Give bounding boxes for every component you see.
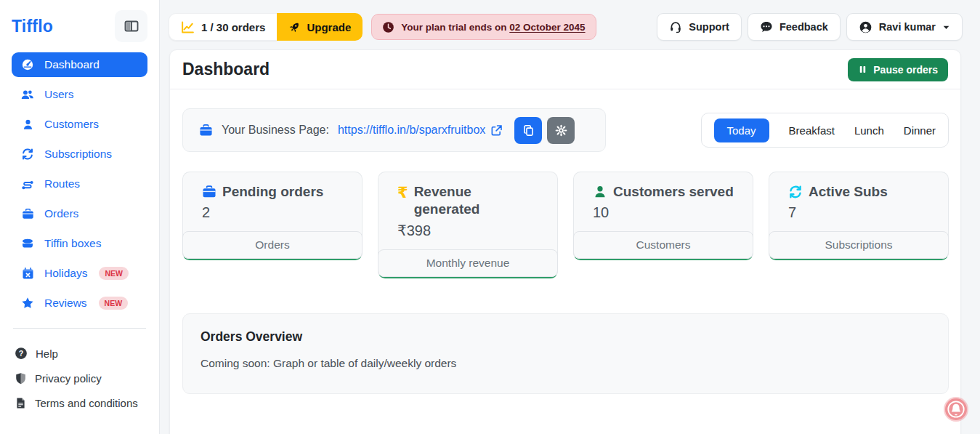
trial-alert: Your plan trial ends on 02 October 2045 [371,14,596,40]
new-badge: NEW [99,297,129,310]
sidebar-item-help[interactable]: ? Help [12,343,147,363]
stat-value: 10 [593,204,734,221]
main-content: Your Business Page: https://tifflo.in/b/… [170,89,960,394]
new-badge: NEW [99,267,129,280]
feedback-button[interactable]: Feedback [748,13,841,41]
sidebar-item-reviews[interactable]: Reviews NEW [12,291,147,316]
copy-link-button[interactable] [514,117,542,144]
main-card: Dashboard Pause orders Your Business Pag… [169,49,961,434]
stat-body: ₹ Revenue generated ₹398 [378,172,557,246]
columns-icon [124,19,139,33]
stat-card-active-subs[interactable]: Active Subs 7 Subscriptions [769,172,949,260]
tab-dinner[interactable]: Dinner [904,124,936,137]
sidebar-item-orders[interactable]: Orders [12,201,147,226]
sidebar-item-holidays[interactable]: Holidays NEW [12,261,147,286]
stat-footer: Monthly revenue [378,249,558,277]
sidebar-item-customers[interactable]: Customers [12,112,147,137]
stat-title: ₹ Revenue generated [397,183,538,218]
rocket-icon [288,21,301,33]
sidebar-item-label: Tiffin boxes [44,237,101,250]
stat-footer: Customers [573,231,753,259]
tab-breakfast[interactable]: Breakfast [789,124,835,137]
svg-text:?: ? [19,349,24,358]
file-text-icon [15,397,27,409]
footer-item-label: Terms and conditions [35,397,138,409]
sidebar-divider [13,328,146,329]
business-page-label: Your Business Page: [222,124,329,137]
feedback-label: Feedback [779,21,828,33]
user-name: Ravi kumar [879,21,936,33]
topbar: 1 / 30 orders Upgrade Your plan trial en… [160,0,980,48]
orders-overview-title: Orders Overview [201,329,931,345]
stat-title: Customers served [593,183,734,201]
rupee-icon: ₹ [397,185,408,201]
stat-body: Pending orders 2 [183,172,362,228]
headset-icon [669,20,682,33]
stat-body: Active Subs 7 [769,172,948,228]
sidebar-item-dashboard[interactable]: Dashboard [12,52,147,77]
business-page-url: https://tifflo.in/b/sparxfruitbox [338,124,485,137]
person-icon [593,185,607,199]
meal-filter-tabs: Today Breakfast Lunch Dinner [701,113,949,148]
users-icon [21,88,34,101]
orders-quota-group: 1 / 30 orders Upgrade [169,13,363,41]
copy-icon [522,124,535,137]
support-button[interactable]: Support [657,13,742,41]
app-logo[interactable]: Tifflo [12,17,53,36]
upgrade-button[interactable]: Upgrade [277,13,363,41]
external-link-icon [490,124,503,137]
stat-footer: Orders [182,231,363,259]
settings-button[interactable] [547,117,575,144]
stat-value: 7 [788,204,929,221]
shield-icon [15,372,27,385]
stat-value: ₹398 [397,222,538,239]
notification-bell-button[interactable] [945,398,967,420]
orders-overview-subtitle: Coming soon: Graph or table of daily/wee… [201,357,931,370]
clock-icon [382,21,394,33]
tiffin-box-icon [21,237,34,250]
star-icon [21,297,34,310]
stat-card-pending-orders[interactable]: Pending orders 2 Orders [182,172,363,260]
footer-item-label: Help [36,347,58,360]
sidebar-item-label: Subscriptions [44,148,112,161]
sidebar-toggle-button[interactable] [115,10,147,42]
person-circle-icon [859,20,872,34]
sidebar: Tifflo Dashboard Users Customers [0,0,160,434]
gear-icon [555,124,567,137]
sidebar-item-terms[interactable]: Terms and conditions [12,393,147,413]
tab-today[interactable]: Today [714,118,769,142]
pause-orders-label: Pause orders [873,64,938,76]
stat-card-customers-served[interactable]: Customers served 10 Customers [573,172,753,260]
tab-lunch[interactable]: Lunch [854,124,884,137]
stat-body: Customers served 10 [574,172,753,228]
sidebar-item-label: Users [44,88,73,101]
orders-overview-card: Orders Overview Coming soon: Graph or ta… [182,313,949,394]
stat-card-revenue[interactable]: ₹ Revenue generated ₹398 Monthly revenue [378,172,558,278]
user-menu-button[interactable]: Ravi kumar [846,13,963,41]
orders-quota: 1 / 30 orders [169,13,277,41]
footer-item-label: Privacy policy [35,372,102,385]
stat-title: Pending orders [202,183,343,201]
business-page-bar: Your Business Page: https://tifflo.in/b/… [182,108,606,152]
trial-alert-text: Your plan trial ends on 02 October 2045 [401,22,585,33]
sidebar-item-label: Holidays [44,267,87,280]
sidebar-item-routes[interactable]: Routes [12,172,147,196]
page-title: Dashboard [182,60,270,79]
briefcase-icon [199,124,213,137]
sidebar-nav: Dashboard Users Customers Subscriptions … [12,52,147,316]
business-page-link[interactable]: https://tifflo.in/b/sparxfruitbox [338,124,503,137]
sidebar-item-tiffin-boxes[interactable]: Tiffin boxes [12,231,147,256]
sidebar-item-subscriptions[interactable]: Subscriptions [12,142,147,166]
route-icon [21,177,34,190]
briefcase-icon [202,185,216,199]
sidebar-item-users[interactable]: Users [12,82,147,107]
stat-title: Active Subs [788,183,929,201]
trial-end-date[interactable]: 02 October 2045 [509,22,585,33]
sidebar-item-privacy-policy[interactable]: Privacy policy [12,368,147,388]
pause-orders-button[interactable]: Pause orders [848,58,948,81]
arrow-repeat-icon [21,148,34,161]
sidebar-item-label: Routes [44,177,80,190]
arrow-repeat-icon [788,185,803,199]
sidebar-brand-row: Tifflo [12,10,147,42]
sidebar-item-label: Dashboard [44,58,100,71]
